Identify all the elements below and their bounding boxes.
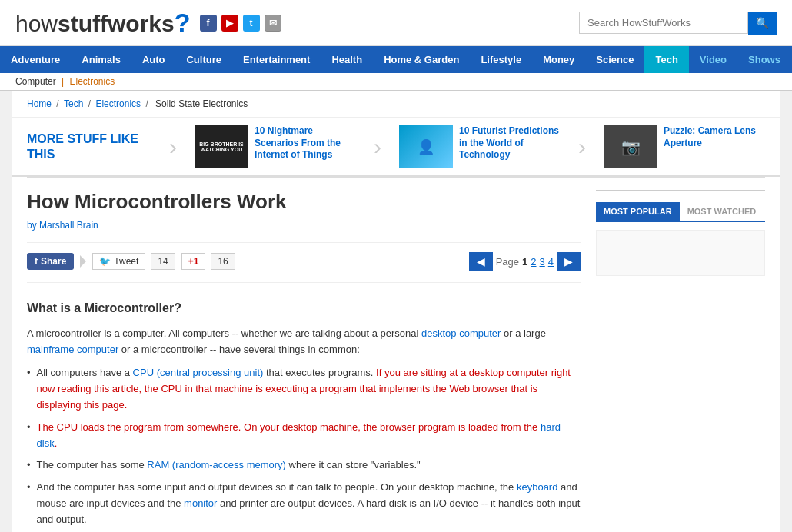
- more-item-2[interactable]: 👤 10 Futurist Predictions in the World o…: [399, 125, 561, 168]
- logo-question: ?: [175, 8, 191, 37]
- page-num-3[interactable]: 3: [540, 256, 545, 268]
- share-bar: f Share 🐦 Tweet 14 +1 16 ◀ Page 1: [27, 252, 581, 283]
- email-icon[interactable]: ✉: [265, 15, 281, 32]
- more-item-3-title: Puzzle: Camera Lens Aperture: [664, 125, 765, 149]
- fb-share-arrow: [80, 255, 86, 268]
- link-monitor[interactable]: monitor: [184, 497, 217, 509]
- logo[interactable]: howstuffworks?: [15, 8, 191, 38]
- logo-works: works: [108, 11, 175, 36]
- gplus-count: 16: [211, 253, 235, 270]
- more-item-3-image: 📷: [604, 125, 657, 168]
- subnav-separator: |: [62, 76, 64, 87]
- facebook-share-button[interactable]: f Share: [27, 253, 74, 270]
- nav-science[interactable]: Science: [585, 46, 644, 73]
- main-content: How Microcontrollers Work by Marshall Br…: [27, 178, 581, 532]
- search-input[interactable]: [579, 12, 748, 34]
- nav-money[interactable]: Money: [532, 46, 585, 73]
- more-divider-3: ›: [578, 134, 586, 160]
- breadcrumb-current: Solid State Electronics: [155, 98, 248, 109]
- search-button[interactable]: 🔍: [748, 12, 777, 35]
- nav-animals[interactable]: Animals: [71, 46, 131, 73]
- bullet-dot-3: •: [27, 457, 31, 474]
- nav-lifestyle[interactable]: Lifestyle: [470, 46, 532, 73]
- nav-entertainment[interactable]: Entertainment: [232, 46, 321, 73]
- sub-nav: Computer | Electronics: [0, 73, 792, 91]
- more-item-1-image: BIG BROTHER IS WATCHING YOU: [195, 125, 248, 168]
- logo-area: howstuffworks? f ▶ t ✉: [15, 8, 281, 38]
- page-num-1[interactable]: 1: [522, 256, 527, 268]
- logo-how: how: [15, 11, 58, 36]
- breadcrumb-home[interactable]: Home: [27, 98, 52, 109]
- link-ram[interactable]: RAM (random-access memory): [147, 459, 286, 470]
- subnav-electronics[interactable]: Electronics: [70, 76, 115, 87]
- nav-home-garden[interactable]: Home & Garden: [373, 46, 470, 73]
- link-keyboard[interactable]: keyboard: [517, 481, 557, 493]
- more-item-1-title: 10 Nightmare Scenarios From the Internet…: [255, 125, 356, 161]
- subnav-computer[interactable]: Computer: [15, 76, 56, 87]
- main-nav: Adventure Animals Auto Culture Entertain…: [0, 46, 792, 73]
- content-area: How Microcontrollers Work by Marshall Br…: [12, 178, 780, 532]
- bullet-4: • And the computer has some input and ou…: [27, 480, 581, 527]
- bullet-dot-4: •: [27, 480, 31, 527]
- more-item-2-title: 10 Futurist Predictions in the World of …: [459, 125, 561, 161]
- tab-most-popular[interactable]: MOST POPULAR: [596, 202, 680, 221]
- more-item-2-image: 👤: [399, 125, 453, 168]
- breadcrumb-electronics[interactable]: Electronics: [95, 98, 141, 109]
- link-cpu[interactable]: CPU (central processing unit): [133, 367, 264, 378]
- link-hard-disk[interactable]: hard disk: [37, 421, 561, 449]
- youtube-icon[interactable]: ▶: [221, 15, 238, 32]
- page-num-4[interactable]: 4: [548, 256, 554, 268]
- fb-icon: f: [35, 256, 38, 267]
- nav-culture[interactable]: Culture: [175, 46, 232, 73]
- tab-most-watched[interactable]: MOST WATCHED: [680, 202, 764, 221]
- facebook-icon[interactable]: f: [200, 15, 217, 32]
- sidebar-tabs: MOST POPULAR MOST WATCHED: [596, 202, 765, 222]
- article-title: How Microcontrollers Work: [27, 190, 581, 214]
- social-icons: f ▶ t ✉: [200, 15, 281, 32]
- breadcrumb-sep2: /: [88, 98, 94, 109]
- logo-stuff: stuff: [58, 11, 108, 36]
- sidebar: MOST POPULAR MOST WATCHED: [596, 178, 765, 532]
- nav-video[interactable]: Video: [689, 46, 737, 73]
- sidebar-content: [596, 230, 765, 276]
- breadcrumb-sep3: /: [145, 98, 151, 109]
- nav-tech[interactable]: Tech: [644, 46, 688, 73]
- article-author: by Marshall Brain: [27, 220, 581, 231]
- page-label: Page: [496, 256, 519, 268]
- more-divider-1: ›: [169, 134, 177, 160]
- page-prev-button[interactable]: ◀: [469, 252, 493, 271]
- bullet-dot-2: •: [27, 420, 31, 452]
- breadcrumb-sep1: /: [56, 98, 62, 109]
- twitter-icon[interactable]: t: [243, 15, 260, 32]
- nav-auto[interactable]: Auto: [131, 46, 176, 73]
- article-body: What is a Microcontroller? A microcontro…: [27, 298, 581, 527]
- more-item-3[interactable]: 📷 Puzzle: Camera Lens Aperture: [604, 125, 765, 168]
- link-mainframe[interactable]: mainframe computer: [27, 344, 118, 355]
- page-num-2[interactable]: 2: [531, 256, 536, 268]
- nav-shows[interactable]: Shows: [737, 46, 791, 73]
- search-area: 🔍: [579, 12, 777, 35]
- more-item-1[interactable]: BIG BROTHER IS WATCHING YOU 10 Nightmare…: [195, 125, 356, 168]
- bullet-1: • All computers have a CPU (central proc…: [27, 365, 581, 413]
- twitter-bird-icon: 🐦: [99, 256, 111, 267]
- link-desktop[interactable]: desktop computer: [421, 328, 501, 339]
- bullet-3: • The computer has some RAM (random-acce…: [27, 457, 581, 474]
- fb-share-label: Share: [41, 256, 66, 267]
- tweet-count: 14: [151, 253, 175, 270]
- nav-health[interactable]: Health: [321, 46, 373, 73]
- pagination: ◀ Page 1 2 3 4 ▶: [469, 252, 581, 271]
- nav-adventure[interactable]: Adventure: [0, 46, 71, 73]
- more-divider-2: ›: [374, 134, 381, 160]
- page-next-button[interactable]: ▶: [557, 252, 581, 271]
- sidebar-top-divider: [596, 190, 765, 191]
- more-stuff-label: MORE STUFF LIKE THIS: [27, 131, 151, 161]
- more-stuff-section: MORE STUFF LIKE THIS › BIG BROTHER IS WA…: [12, 118, 780, 177]
- section-title: What is a Microcontroller?: [27, 298, 581, 318]
- bullet-dot-1: •: [27, 365, 31, 413]
- article-intro: A microcontroller is a computer. All com…: [27, 326, 581, 358]
- breadcrumb-tech[interactable]: Tech: [64, 98, 83, 109]
- tweet-button[interactable]: 🐦 Tweet: [92, 253, 145, 270]
- bullet-2: • The CPU loads the program from somewhe…: [27, 420, 581, 452]
- author-name[interactable]: Marshall Brain: [39, 220, 98, 231]
- gplus-button[interactable]: +1: [181, 253, 206, 270]
